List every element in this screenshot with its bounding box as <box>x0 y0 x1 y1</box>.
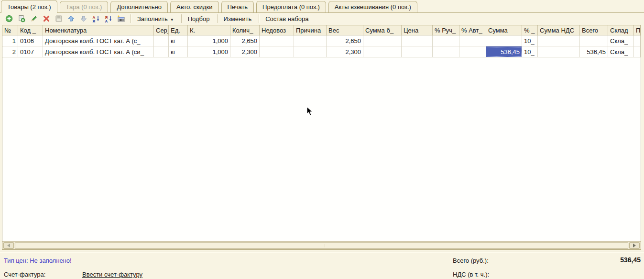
total-label: Всего (руб.): <box>453 257 489 264</box>
cell-r2c11[interactable] <box>363 46 402 57</box>
toolbar-separator <box>259 14 259 23</box>
cell-r1c19[interactable]: Скла_ <box>608 35 634 46</box>
column-header-8[interactable]: Недовоз <box>260 25 294 35</box>
column-header-20[interactable]: П <box>634 25 641 35</box>
cell-r2c10[interactable]: 2,300 <box>327 46 363 57</box>
column-header-4[interactable]: Сер_ <box>154 25 169 35</box>
enter-invoice-link[interactable]: Ввести счет-фактуру <box>82 271 142 278</box>
move-up-icon[interactable] <box>67 15 75 22</box>
cell-r2c19[interactable]: Скла_ <box>608 46 634 57</box>
cell-r1c14[interactable] <box>459 35 486 46</box>
column-header-9[interactable]: Причина <box>294 25 327 35</box>
toolbar-button-3[interactable]: Изменить <box>220 14 255 23</box>
column-header-7[interactable]: Колич_ <box>230 25 260 35</box>
toolbar-button-1[interactable]: Заполнить▼ <box>134 14 177 23</box>
column-header-5[interactable]: Ед. <box>169 25 188 35</box>
tab-1[interactable]: Товары (2 поз.) <box>1 0 57 13</box>
cell-r1c3[interactable]: Докторская колб. ГОСТ кат. А (с_ <box>43 35 154 46</box>
cell-r2c8[interactable] <box>260 46 294 57</box>
cell-r2c4[interactable] <box>154 46 169 57</box>
column-header-16[interactable]: % _ <box>522 25 538 35</box>
cell-r2c15[interactable]: 536,45 <box>486 46 522 57</box>
tab-3[interactable]: Дополнительно <box>110 1 168 12</box>
tab-2: Тара (0 поз.) <box>60 1 109 12</box>
cell-r2c7[interactable]: 2,300 <box>230 46 260 57</box>
cell-r1c1[interactable]: 1 <box>2 35 18 46</box>
price-type-warning: Тип цен: Не заполнено! <box>4 257 72 264</box>
cell-r2c3[interactable]: Докторская колб. ГОСТ кат. А (си_ <box>43 46 154 57</box>
table-header-row: №Код _НоменклатураСер_Ед.К.Колич_Недовоз… <box>2 25 641 35</box>
cell-r1c5[interactable]: кг <box>169 35 188 46</box>
cell-r1c7[interactable]: 2,650 <box>230 35 260 46</box>
column-header-3[interactable]: Номенклатура <box>43 25 154 35</box>
column-header-19[interactable]: Склад <box>608 25 634 35</box>
cell-r1c9[interactable] <box>294 35 327 46</box>
cell-r2c2[interactable]: 0107 <box>18 46 43 57</box>
cell-r1c16[interactable]: 10_ <box>522 35 538 46</box>
cell-r2c18[interactable]: 536,45 <box>580 46 608 57</box>
column-header-2[interactable]: Код _ <box>18 25 43 35</box>
column-header-1[interactable]: № <box>2 25 18 35</box>
toolbar-button-4[interactable]: Состав набора <box>262 14 312 23</box>
column-header-12[interactable]: Цена <box>402 25 433 35</box>
sort-desc-icon[interactable]: Я А <box>105 15 112 22</box>
cell-r2c1[interactable]: 2 <box>2 46 18 57</box>
cell-r1c17[interactable] <box>538 35 580 46</box>
cell-r1c18[interactable] <box>580 35 608 46</box>
add-icon[interactable] <box>5 15 13 22</box>
invoice-label: Счет-фактура: <box>4 271 45 278</box>
cell-r1c8[interactable] <box>260 35 294 46</box>
delete-icon[interactable] <box>43 15 50 22</box>
end-edit-icon <box>55 15 63 22</box>
column-header-13[interactable]: % Руч_ <box>433 25 459 35</box>
cell-r1c11[interactable] <box>363 35 402 46</box>
column-header-11[interactable]: Сумма б_ <box>363 25 402 35</box>
cell-r1c10[interactable]: 2,650 <box>327 35 363 46</box>
column-header-17[interactable]: Сумма НДС <box>538 25 580 35</box>
cell-r1c4[interactable] <box>154 35 169 46</box>
cell-r2c12[interactable] <box>402 46 433 57</box>
svg-text:А: А <box>105 19 108 23</box>
cell-r1c6[interactable]: 1,000 <box>188 35 230 46</box>
cell-r1c20[interactable] <box>634 35 641 46</box>
cell-r1c12[interactable] <box>402 35 433 46</box>
tab-6[interactable]: Предоплата (0 поз.) <box>256 1 326 12</box>
scroll-right-button[interactable] <box>629 242 640 249</box>
tab-5[interactable]: Печать <box>221 1 254 12</box>
cell-r2c17[interactable] <box>538 46 580 57</box>
column-header-14[interactable]: % Авт_ <box>459 25 486 35</box>
toolbar-separator <box>131 14 131 23</box>
scroll-left-button[interactable] <box>3 242 14 249</box>
table-row-2[interactable]: 20107Докторская колб. ГОСТ кат. А (си_кг… <box>2 46 641 57</box>
toolbar-button-2[interactable]: Подбор <box>185 14 213 23</box>
column-header-10[interactable]: Вес <box>327 25 363 35</box>
edit-icon[interactable] <box>30 15 38 22</box>
column-header-18[interactable]: Всего <box>580 25 608 35</box>
toolbar-separator <box>217 14 218 23</box>
table-body: 10106Докторская колб. ГОСТ кат. А (с_кг1… <box>2 35 641 57</box>
tab-7[interactable]: Акты взвешивания (0 поз.) <box>328 1 417 12</box>
horizontal-scrollbar[interactable] <box>2 241 641 249</box>
cell-r1c2[interactable]: 0106 <box>18 35 43 46</box>
cell-r2c20[interactable] <box>634 46 641 57</box>
add-copy-icon[interactable] <box>18 15 25 22</box>
cell-r2c13[interactable] <box>433 46 459 57</box>
barcode-icon[interactable] <box>117 15 125 22</box>
table-row-1[interactable]: 10106Докторская колб. ГОСТ кат. А (с_кг1… <box>2 35 641 46</box>
column-header-15[interactable]: Сумма <box>486 25 522 35</box>
move-down-icon <box>80 15 87 22</box>
cell-r2c6[interactable]: 1,000 <box>188 46 230 57</box>
tab-bar: Товары (2 поз.)Тара (0 поз.)Дополнительн… <box>0 0 644 13</box>
cell-r2c9[interactable] <box>294 46 327 57</box>
column-header-6[interactable]: К. <box>188 25 230 35</box>
sort-asc-icon[interactable]: А Я <box>92 15 100 22</box>
dropdown-arrow-icon: ▼ <box>170 18 174 22</box>
scrollbar-thumb[interactable] <box>15 242 628 249</box>
tab-4[interactable]: Авто. скидки <box>170 1 219 12</box>
cell-r1c15[interactable] <box>486 35 522 46</box>
cell-r2c14[interactable] <box>459 46 486 57</box>
cell-r2c16[interactable]: 10_ <box>522 46 538 57</box>
vat-label: НДС (в т. ч.): <box>453 271 489 278</box>
cell-r1c13[interactable] <box>433 35 459 46</box>
cell-r2c5[interactable]: кг <box>169 46 188 57</box>
